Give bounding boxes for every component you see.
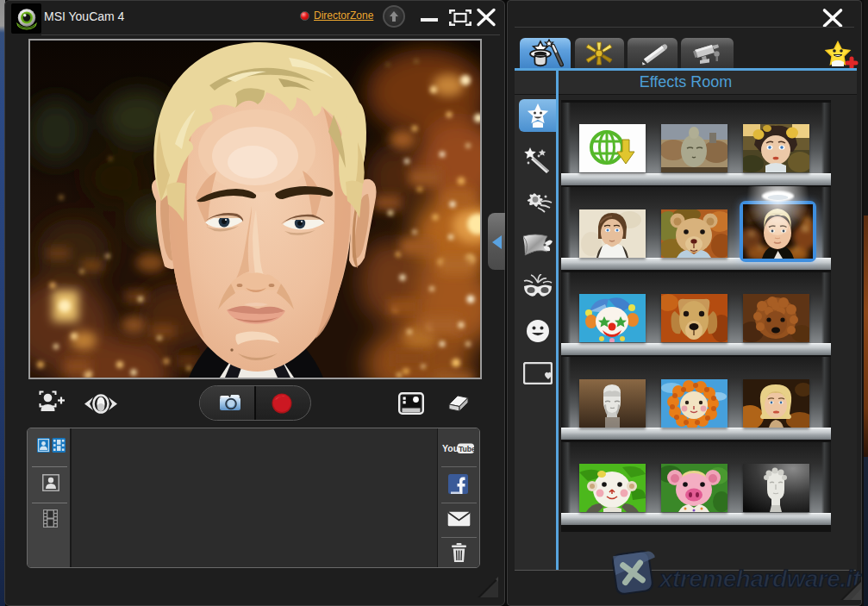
svg-text:You: You <box>442 443 459 453</box>
svg-text:xtremehardware.it: xtremehardware.it <box>658 565 862 592</box>
svg-text:Tube: Tube <box>459 445 474 453</box>
